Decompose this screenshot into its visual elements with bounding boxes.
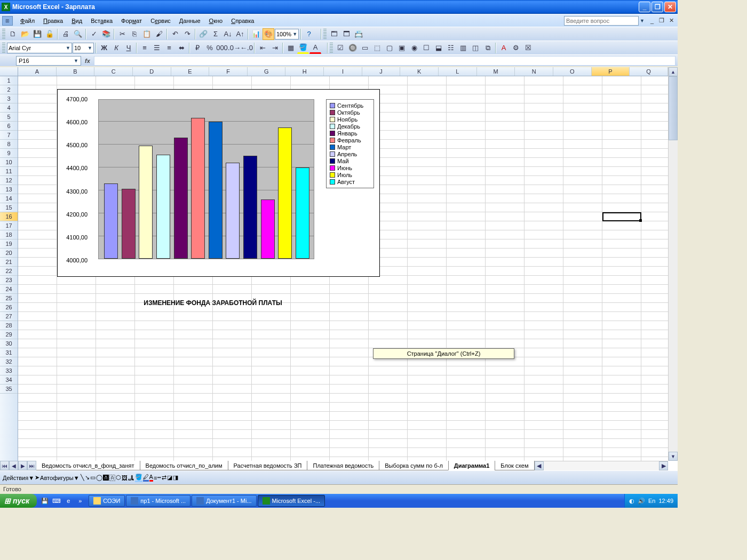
forms-icon-6[interactable]: ▣: [396, 42, 408, 54]
forms-icon-5[interactable]: ▢: [384, 42, 395, 54]
shadow-icon[interactable]: ◪: [167, 474, 172, 481]
taskbar-task[interactable]: Microsoft Excel -...: [258, 495, 325, 507]
chart-bar[interactable]: [174, 138, 188, 259]
diagram-icon[interactable]: ⬡: [116, 474, 121, 481]
row-header-4[interactable]: 4: [0, 103, 18, 113]
row-header-11[interactable]: 11: [0, 167, 18, 176]
row-header-35[interactable]: 35: [0, 385, 18, 394]
sort-desc-icon[interactable]: A↑: [234, 28, 246, 40]
font-color-icon[interactable]: A: [309, 42, 321, 54]
cut-icon[interactable]: ✂: [116, 28, 128, 40]
column-header-G[interactable]: G: [248, 67, 286, 76]
autoshapes-menu[interactable]: Автофигуры▼: [40, 475, 79, 481]
forms-icon-13[interactable]: ⧉: [482, 42, 494, 54]
row-header-16[interactable]: 16: [0, 212, 18, 221]
sheet-tab[interactable]: Выборка сумм по б-л: [379, 461, 449, 470]
redo-icon[interactable]: ↷: [181, 28, 193, 40]
row-header-17[interactable]: 17: [0, 221, 18, 230]
help-icon[interactable]: ?: [303, 28, 315, 40]
legend-item[interactable]: Июнь: [330, 165, 370, 171]
sheet-tab[interactable]: Блок схем: [495, 461, 534, 470]
fill-handle[interactable]: [639, 219, 642, 222]
custom-icon-1[interactable]: 🗔: [328, 28, 340, 40]
row-header-32[interactable]: 32: [0, 357, 18, 366]
row-header-29[interactable]: 29: [0, 330, 18, 339]
forms-icon-2[interactable]: 🔘: [347, 42, 359, 54]
ql-cmd-icon[interactable]: ⌨: [52, 496, 61, 506]
cells-area[interactable]: 4000,004100,004200,004300,004400,004500,…: [18, 76, 668, 461]
legend-item[interactable]: Июль: [330, 172, 370, 178]
save-icon[interactable]: 💾: [31, 28, 43, 40]
sheet-tab[interactable]: Ведомость отчисл_по_алим: [140, 461, 228, 470]
column-header-D[interactable]: D: [133, 67, 171, 76]
autosum-icon[interactable]: Σ: [210, 28, 221, 40]
chart-bar[interactable]: [209, 122, 222, 259]
row-header-15[interactable]: 15: [0, 203, 18, 212]
forms-icon-1[interactable]: ☑: [335, 42, 346, 54]
legend-item[interactable]: Апрель: [330, 151, 370, 157]
tray-clock[interactable]: 12:49: [658, 498, 673, 504]
start-button[interactable]: ⊞ пуск: [0, 494, 37, 508]
borders-icon[interactable]: ▦: [285, 42, 297, 54]
doc-restore-button[interactable]: ❐: [657, 17, 666, 25]
forms-icon-11[interactable]: ▥: [457, 42, 469, 54]
chart-bar[interactable]: [278, 127, 292, 259]
column-header-E[interactable]: E: [171, 67, 210, 76]
tray-icon-1[interactable]: ◐: [629, 498, 634, 505]
row-header-14[interactable]: 14: [0, 194, 18, 203]
forms-icon-10[interactable]: ☷: [445, 42, 457, 54]
sheet-tab[interactable]: Ведомость отчисл_в_фонд_занят: [36, 461, 140, 470]
select-objects-icon[interactable]: ➤: [35, 474, 39, 481]
scroll-down-button[interactable]: ▼: [669, 452, 678, 461]
row-header-25[interactable]: 25: [0, 294, 18, 303]
tab-nav-first-button[interactable]: ⏮: [0, 461, 9, 470]
font-color-draw-icon[interactable]: A: [149, 474, 153, 482]
picture-icon[interactable]: 🏞: [128, 475, 134, 481]
arrow-style-icon[interactable]: ⇄: [162, 474, 166, 481]
ask-question-input[interactable]: [564, 16, 639, 26]
menu-help[interactable]: Справка: [227, 17, 258, 25]
sheet-tab[interactable]: Платежная ведомость: [307, 461, 379, 470]
decrease-decimal-icon[interactable]: ←.0: [241, 42, 252, 54]
open-icon[interactable]: 📂: [19, 28, 31, 40]
menu-view[interactable]: Вид: [67, 17, 86, 25]
legend-item[interactable]: Ноябрь: [330, 116, 370, 123]
row-header-31[interactable]: 31: [0, 348, 18, 357]
forms-icon-12[interactable]: ◫: [470, 42, 481, 54]
row-header-13[interactable]: 13: [0, 185, 18, 194]
sheet-tab[interactable]: Диаграмма1: [448, 461, 496, 470]
custom-icon-2[interactable]: 🗖: [340, 28, 352, 40]
row-header-26[interactable]: 26: [0, 303, 18, 312]
comma-style-icon[interactable]: 000: [216, 42, 228, 54]
column-header-B[interactable]: B: [57, 67, 95, 76]
legend-item[interactable]: Сентябрь: [330, 102, 370, 109]
maximize-button[interactable]: ❐: [651, 2, 663, 12]
row-header-22[interactable]: 22: [0, 267, 18, 276]
currency-icon[interactable]: ₽: [192, 42, 203, 54]
zoom-combo[interactable]: 100%▼: [275, 29, 299, 39]
menu-window[interactable]: Окно: [205, 17, 227, 25]
legend-item[interactable]: Январь: [330, 130, 370, 137]
ask-dropdown-arrow-icon[interactable]: ▼: [640, 18, 645, 23]
forms-icon-15[interactable]: ⚙: [510, 42, 522, 54]
chart-bar[interactable]: [296, 167, 309, 259]
column-header-N[interactable]: N: [515, 67, 553, 76]
legend-item[interactable]: Октябрь: [330, 109, 370, 116]
percent-icon[interactable]: %: [204, 42, 216, 54]
chart-bar[interactable]: [122, 189, 136, 259]
row-header-2[interactable]: 2: [0, 85, 18, 94]
new-icon[interactable]: 🗋: [7, 28, 19, 40]
increase-indent-icon[interactable]: ⇥: [269, 42, 281, 54]
align-center-icon[interactable]: ☰: [151, 42, 163, 54]
row-header-10[interactable]: 10: [0, 158, 18, 167]
align-left-icon[interactable]: ≡: [139, 42, 150, 54]
forms-icon-9[interactable]: ⬓: [433, 42, 444, 54]
row-header-7[interactable]: 7: [0, 131, 18, 140]
3d-icon[interactable]: ◨: [173, 474, 178, 481]
chart-bar[interactable]: [156, 155, 170, 259]
vertical-scrollbar[interactable]: ▲ ▼: [668, 67, 678, 461]
embedded-chart[interactable]: 4000,004100,004200,004300,004400,004500,…: [57, 89, 380, 277]
rectangle-icon[interactable]: ▭: [90, 474, 96, 481]
row-header-5[interactable]: 5: [0, 113, 18, 122]
print-preview-icon[interactable]: 🔍: [72, 28, 84, 40]
